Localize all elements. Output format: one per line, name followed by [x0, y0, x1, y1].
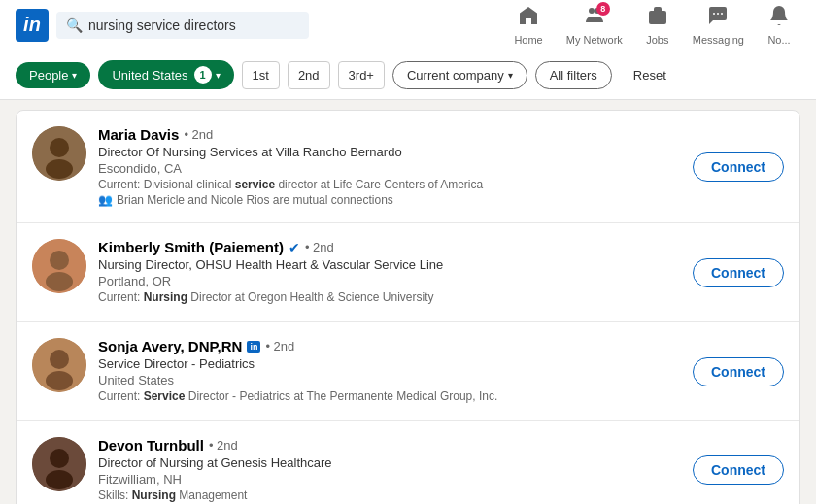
degree-3rd-button[interactable]: 3rd+ [338, 61, 385, 89]
avatar [32, 338, 86, 392]
company-chevron-icon: ▾ [508, 70, 513, 81]
svg-point-6 [717, 13, 719, 15]
filter-bar: People ▾ United States 1 ▾ 1st 2nd 3rd+ … [0, 50, 816, 100]
nav-network-label: My Network [566, 34, 623, 46]
result-degree: • 2nd [265, 339, 294, 353]
in-badge: in [247, 341, 260, 353]
result-current: Current: Service Director - Pediatrics a… [98, 389, 677, 403]
search-bar[interactable]: 🔍 nursing service directors [56, 12, 309, 39]
people-chevron-icon: ▾ [72, 70, 77, 81]
result-info: Devon Turnbull • 2nd Director of Nursing… [98, 437, 677, 502]
notifications-icon [767, 4, 791, 32]
degree-3rd-label: 3rd+ [349, 68, 374, 83]
degree-1st-label: 1st [253, 68, 269, 83]
svg-point-13 [46, 272, 73, 291]
search-input[interactable]: nursing service directors [88, 17, 283, 33]
result-title: Director Of Nursing Services at Villa Ra… [98, 145, 677, 159]
connect-button[interactable]: Connect [693, 455, 784, 485]
result-current: Current: Divisional clinical service dir… [98, 178, 677, 191]
svg-point-12 [50, 251, 69, 270]
people-filter-label: People [29, 68, 68, 83]
result-item: Devon Turnbull • 2nd Director of Nursing… [17, 421, 799, 504]
mutual-icon: 👥 [98, 193, 113, 207]
result-info: Sonja Avery, DNP,RN in • 2nd Service Dir… [98, 338, 677, 405]
svg-point-9 [50, 138, 69, 157]
all-filters-label: All filters [550, 68, 597, 83]
people-filter-button[interactable]: People ▾ [16, 62, 90, 88]
nav-items: Home 8 My Network Jobs Messaging No. [504, 4, 800, 46]
nav-messaging-label: Messaging [693, 34, 744, 46]
connect-button[interactable]: Connect [693, 152, 784, 182]
degree-2nd-label: 2nd [298, 68, 320, 83]
avatar [32, 437, 86, 491]
result-title: Service Director - Pediatrics [98, 356, 677, 371]
network-icon: 8 [583, 4, 606, 32]
result-info: Kimberly Smith (Paiement) ✔ • 2nd Nursin… [98, 239, 677, 306]
degree-1st-button[interactable]: 1st [242, 61, 280, 89]
result-name-row: Devon Turnbull • 2nd [98, 437, 677, 454]
all-filters-button[interactable]: All filters [535, 61, 612, 89]
us-chevron-icon: ▾ [216, 70, 221, 81]
jobs-icon [646, 4, 669, 32]
svg-point-18 [50, 449, 69, 468]
svg-point-5 [713, 13, 715, 15]
connect-button[interactable]: Connect [693, 258, 784, 287]
result-name[interactable]: Kimberly Smith (Paiement) [98, 239, 284, 255]
current-company-filter-button[interactable]: Current company ▾ [392, 61, 527, 89]
skills-label: Skills: Nursing Management [98, 488, 677, 502]
result-item: Maria Davis • 2nd Director Of Nursing Se… [17, 111, 799, 223]
united-states-label: United States [112, 68, 187, 83]
nav-home-label: Home [514, 34, 542, 46]
result-location: Escondido, CA [98, 161, 677, 176]
result-name[interactable]: Devon Turnbull [98, 437, 204, 454]
result-name-row: Maria Davis • 2nd [98, 126, 677, 143]
nav-jobs-label: Jobs [646, 34, 668, 46]
result-location: Fitzwilliam, NH [98, 472, 677, 487]
header: in 🔍 nursing service directors Home 8 My… [0, 0, 816, 50]
svg-point-19 [46, 470, 73, 489]
result-title: Director of Nursing at Genesis Healthcar… [98, 455, 677, 470]
nav-messaging[interactable]: Messaging [683, 4, 754, 46]
svg-point-15 [50, 350, 69, 369]
messaging-icon [706, 4, 730, 32]
linkedin-logo[interactable]: in [16, 9, 49, 42]
svg-point-10 [46, 159, 73, 179]
result-info: Maria Davis • 2nd Director Of Nursing Se… [98, 126, 677, 207]
result-item: Kimberly Smith (Paiement) ✔ • 2nd Nursin… [17, 223, 799, 322]
nav-jobs[interactable]: Jobs [636, 4, 679, 46]
reset-button[interactable]: Reset [620, 62, 680, 88]
result-location: United States [98, 373, 677, 387]
result-mutual: 👥 Brian Mericle and Nicole Rios are mutu… [98, 193, 677, 207]
result-degree: • 2nd [209, 438, 238, 453]
result-name[interactable]: Maria Davis [98, 126, 179, 143]
connect-button[interactable]: Connect [693, 357, 784, 386]
current-company-label: Current company [407, 68, 504, 83]
result-degree: • 2nd [305, 240, 334, 254]
results-area: Maria Davis • 2nd Director Of Nursing Se… [16, 110, 800, 504]
result-degree: • 2nd [184, 127, 213, 142]
reset-label: Reset [633, 68, 666, 83]
result-title: Nursing Director, OHSU Health Heart & Va… [98, 257, 677, 272]
result-name[interactable]: Sonja Avery, DNP,RN [98, 338, 242, 354]
search-icon: 🔍 [66, 17, 83, 33]
degree-2nd-button[interactable]: 2nd [288, 61, 330, 89]
avatar [32, 126, 86, 181]
result-location: Portland, OR [98, 274, 677, 288]
result-name-row: Kimberly Smith (Paiement) ✔ • 2nd [98, 239, 677, 255]
home-icon [517, 4, 540, 32]
nav-notifications-label: No... [767, 34, 790, 46]
result-item: Sonja Avery, DNP,RN in • 2nd Service Dir… [17, 322, 799, 421]
united-states-filter-button[interactable]: United States 1 ▾ [98, 60, 233, 89]
mutual-text: Brian Mericle and Nicole Rios are mutual… [117, 193, 393, 207]
svg-point-7 [721, 13, 723, 15]
nav-my-network[interactable]: 8 My Network [557, 4, 632, 46]
svg-point-16 [46, 371, 73, 390]
nav-home[interactable]: Home [504, 4, 552, 46]
result-current: Current: Nursing Director at Oregon Heal… [98, 290, 677, 304]
network-notification: 8 [596, 2, 610, 16]
svg-point-0 [589, 8, 595, 14]
verified-icon: ✔ [289, 240, 300, 255]
united-states-count-badge: 1 [194, 66, 212, 84]
nav-notifications[interactable]: No... [758, 4, 800, 46]
result-name-row: Sonja Avery, DNP,RN in • 2nd [98, 338, 677, 354]
